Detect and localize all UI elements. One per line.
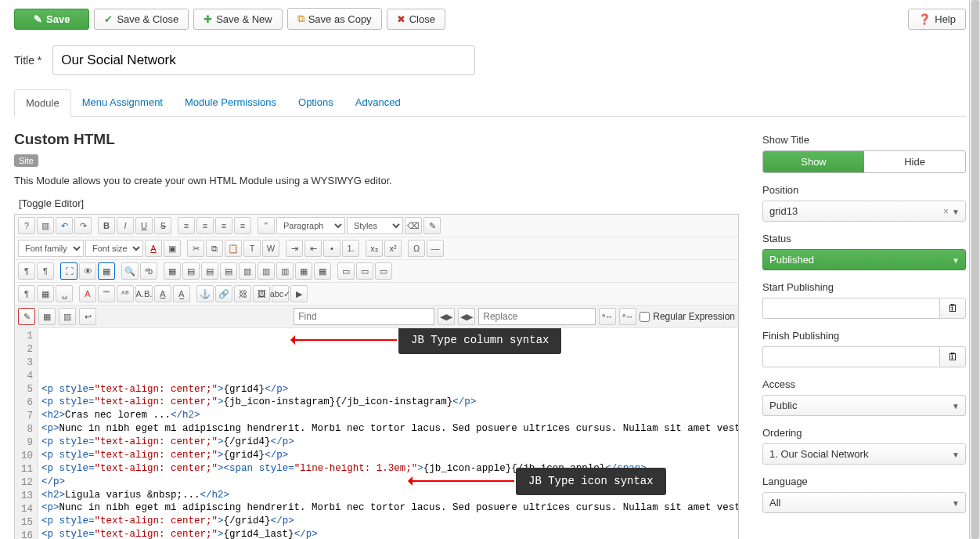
save-button[interactable]: ✎Save <box>14 9 89 30</box>
row-before-icon[interactable]: ▤ <box>182 262 200 280</box>
list-ul-icon[interactable]: • <box>323 240 340 257</box>
rtl-icon[interactable]: ¶ <box>37 262 54 280</box>
layer-icon[interactable]: ▦ <box>98 262 115 280</box>
tab-options[interactable]: Options <box>287 89 344 116</box>
show-title-toggle[interactable]: Show Hide <box>762 150 966 173</box>
undo-icon[interactable]: ↶ <box>56 217 73 234</box>
hide-button[interactable]: Hide <box>864 151 965 172</box>
font-family-select[interactable]: Font family <box>18 240 84 257</box>
nbsp-icon[interactable]: ␣ <box>56 285 73 302</box>
tab-menu-assignment[interactable]: Menu Assignment <box>71 89 174 116</box>
save-close-button[interactable]: ✔Save & Close <box>94 9 189 30</box>
paste-icon[interactable]: 📋 <box>225 240 242 257</box>
help-icon[interactable]: ? <box>18 217 35 234</box>
find-input[interactable] <box>294 308 434 325</box>
code-line[interactable]: <p style="text-align: center;">{grid4}</… <box>41 383 735 396</box>
calendar-button[interactable]: 🗓 <box>939 346 966 367</box>
code-line[interactable]: </p> <box>41 476 735 489</box>
clear-icon[interactable]: × <box>943 206 949 217</box>
outdent-icon[interactable]: ⇤ <box>304 240 322 257</box>
format-select[interactable]: Paragraph <box>276 217 345 234</box>
paste-text-icon[interactable]: T <box>243 240 261 257</box>
clean-icon[interactable]: ✎ <box>423 217 441 234</box>
align-left-icon[interactable]: ≡ <box>178 217 195 234</box>
code-line[interactable]: <p style="text-align: center;">{grid4}</… <box>41 449 735 462</box>
tab-advanced[interactable]: Advanced <box>344 89 412 116</box>
find-icon[interactable]: 🔍 <box>121 262 139 280</box>
table-icon[interactable]: ▦ <box>164 262 181 280</box>
align-center-icon[interactable]: ≡ <box>196 217 214 234</box>
start-publishing-input[interactable] <box>762 298 939 319</box>
editor-mode-wysiwyg-icon[interactable]: ▦ <box>38 308 56 325</box>
code-editor[interactable]: 12345678910111213141516 JB Type column s… <box>15 328 738 539</box>
finish-publishing-input[interactable] <box>762 346 939 367</box>
code-line[interactable]: <h2>Cras nec lorem ...</h2> <box>41 409 735 422</box>
col-before-icon[interactable]: ▥ <box>239 262 256 280</box>
row-after-icon[interactable]: ▤ <box>201 262 218 280</box>
replace-all-icon[interactable]: ᵃ↔ <box>619 308 636 325</box>
replace-icon[interactable]: ᵃb <box>140 262 157 280</box>
style-a-icon[interactable]: A <box>79 285 96 302</box>
del-icon[interactable]: A <box>154 285 171 302</box>
status-select[interactable]: Published <box>762 249 966 270</box>
media-icon[interactable]: ▶ <box>290 285 308 302</box>
bg-color-icon[interactable]: ▣ <box>164 240 181 257</box>
anchor-icon[interactable]: ⚓ <box>196 285 214 302</box>
quote-icon[interactable]: "" <box>98 285 115 302</box>
unlink-icon[interactable]: ⛓ <box>234 285 251 302</box>
save-new-button[interactable]: ✚Save & New <box>193 9 283 30</box>
subscript-icon[interactable]: x₂ <box>366 240 383 257</box>
toggle-editor-link[interactable]: [Toggle Editor] <box>19 197 739 209</box>
link-icon[interactable]: 🔗 <box>215 285 232 302</box>
indent-icon[interactable]: ⇥ <box>286 240 303 257</box>
calendar-button[interactable]: 🗓 <box>939 298 966 319</box>
col-after-icon[interactable]: ▥ <box>258 262 275 280</box>
styles-select[interactable]: Styles <box>347 217 403 234</box>
position-select[interactable]: grid13 <box>762 201 966 222</box>
vertical-scrollbar[interactable] <box>969 0 980 539</box>
template-icon[interactable]: ▭ <box>356 262 373 280</box>
tab-module[interactable]: Module <box>14 89 71 117</box>
code-line[interactable]: <p style="text-align: center;"><span sty… <box>41 462 735 476</box>
font-size-select[interactable]: Font size <box>85 240 143 257</box>
bold-icon[interactable]: B <box>98 217 115 234</box>
align-justify-icon[interactable]: ≡ <box>234 217 251 234</box>
copy-icon[interactable]: ⧉ <box>206 240 223 257</box>
find-prev-icon[interactable]: ◀▶ <box>438 308 455 325</box>
code-line[interactable]: <p>Nunc in nibh eget mi adipiscing hendr… <box>41 422 735 436</box>
editor-mode-code-icon[interactable]: ✎ <box>18 308 35 325</box>
align-right-icon[interactable]: ≡ <box>215 217 232 234</box>
new-doc-icon[interactable]: ▥ <box>37 217 54 234</box>
replace-one-icon[interactable]: ᵃ↔ <box>599 308 616 325</box>
list-ol-icon[interactable]: 1. <box>342 240 359 257</box>
code-line[interactable]: <p style="text-align: center;">{jb_icon-… <box>41 396 735 409</box>
spellcheck-icon[interactable]: abc✓ <box>272 285 289 302</box>
strike-icon[interactable]: S̶ <box>154 217 171 234</box>
code-line[interactable]: <p style="text-align: center;">{/grid4}<… <box>41 436 735 449</box>
fullscreen-icon[interactable]: ⛶ <box>60 262 77 280</box>
container-icon[interactable]: ▭ <box>337 262 355 280</box>
italic-icon[interactable]: I <box>117 217 134 234</box>
ltr-icon[interactable]: ¶ <box>18 262 35 280</box>
hr-icon[interactable]: — <box>427 240 444 257</box>
image-icon[interactable]: 🖼 <box>253 285 270 302</box>
language-select[interactable]: All <box>762 492 966 513</box>
editor-mode-split-icon[interactable]: ▥ <box>59 308 76 325</box>
title-input[interactable] <box>52 45 475 75</box>
ins-icon[interactable]: A̲ <box>173 285 190 302</box>
redo-icon[interactable]: ↷ <box>74 217 92 234</box>
show-button[interactable]: Show <box>763 151 864 172</box>
font-color-icon[interactable]: A <box>145 240 162 257</box>
acronym-icon[interactable]: A.B. <box>135 285 153 302</box>
merge-cells-icon[interactable]: ▦ <box>295 262 312 280</box>
blockquote-icon[interactable]: " <box>258 217 275 234</box>
find-next-icon[interactable]: ◀▶ <box>458 308 475 325</box>
replace-input[interactable] <box>478 308 596 325</box>
split-cells-icon[interactable]: ▦ <box>314 262 331 280</box>
visual-chars-icon[interactable]: ¶ <box>18 285 35 302</box>
regex-checkbox[interactable]: Regular Expression <box>640 311 735 322</box>
ordering-select[interactable]: 1. Our Social Network <box>762 443 966 465</box>
access-select[interactable]: Public <box>762 395 966 416</box>
help-button[interactable]: ❓Help <box>908 9 966 30</box>
close-button[interactable]: ✖Close <box>387 9 445 30</box>
